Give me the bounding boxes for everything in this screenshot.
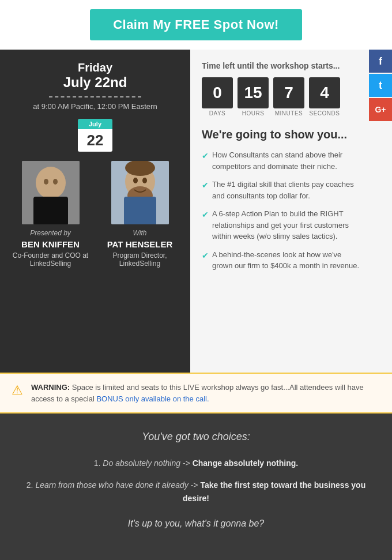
warning-bar: ⚠ WARNING: Space is limited and seats to…: [0, 373, 392, 414]
top-cta-wrapper: Claim My FREE Spot Now!: [0, 0, 392, 50]
day-name: Friday: [12, 61, 179, 74]
countdown-seconds-value: 4: [309, 77, 340, 108]
main-content: Friday July 22nd at 9:00 AM Pacific, 12:…: [0, 50, 392, 373]
countdown-boxes: 0 DAYS 15 HOURS 7 MINUTES 4 SECONDS: [202, 77, 363, 116]
countdown-days-label: DAYS: [202, 110, 233, 116]
warning-icon: ⚠: [12, 383, 23, 398]
svg-rect-8: [124, 197, 156, 224]
arrow-wrapper: [0, 552, 392, 560]
check-icon-1: ✔: [202, 150, 209, 162]
svg-point-3: [44, 179, 48, 185]
presenter-pat-label: With: [101, 229, 179, 237]
facebook-button[interactable]: f: [369, 50, 392, 73]
bullet-item-1: ✔ How Consultants can stand above their …: [202, 149, 363, 172]
presenter-ben-photo: [22, 161, 80, 224]
bullet-item-3: ✔ A 6-step Action Plan to build the RIGH…: [202, 208, 363, 242]
presenter-pat-photo: [111, 161, 169, 224]
svg-point-10: [142, 178, 147, 183]
gplus-button[interactable]: G+: [369, 98, 392, 121]
presenter-ben: Presented by BEN KNIFFEN Co-Founder and …: [12, 161, 89, 268]
arrow-down-icon: [184, 552, 208, 560]
choices-title: You've got two choices:: [23, 431, 369, 443]
warning-link-text[interactable]: BONUS only available on the call.: [96, 394, 209, 403]
svg-point-1: [36, 167, 66, 199]
choice-item-1: 1. Do absolutely nothing -> Change absol…: [23, 457, 369, 469]
bullet-text-3: A 6-step Action Plan to build the RIGHT …: [212, 208, 363, 242]
bullet-item-2: ✔ The #1 digital skill that clients pay …: [202, 179, 363, 201]
countdown-label: Time left until the workshop starts...: [202, 61, 363, 70]
countdown-seconds-label: SECONDS: [309, 110, 340, 116]
countdown-hours-label: HOURS: [238, 110, 269, 116]
countdown-days-value: 0: [202, 77, 233, 108]
bullet-list: ✔ How Consultants can stand above their …: [202, 149, 363, 272]
countdown-hours: 15 HOURS: [238, 77, 269, 116]
svg-point-9: [133, 178, 138, 183]
warning-text: WARNING: Space is limited and seats to t…: [31, 382, 380, 404]
countdown-minutes: 7 MINUTES: [273, 77, 304, 116]
date-divider: [49, 96, 141, 97]
choice-item-2: 2. Learn from those who have done it alr…: [23, 479, 369, 505]
presenter-pat: With PAT HENSELER Program Director, Link…: [101, 161, 179, 268]
warning-bold-text: WARNING:: [31, 383, 70, 392]
countdown-hours-value: 15: [238, 77, 269, 108]
check-icon-3: ✔: [202, 209, 209, 221]
right-panel: Time left until the workshop starts... 0…: [190, 50, 392, 373]
presenter-ben-name: BEN KNIFFEN: [12, 239, 89, 249]
presenter-ben-title: Co-Founder and COO at LinkedSelling: [12, 251, 89, 268]
presenter-pat-name: PAT HENSELER: [101, 239, 179, 249]
choice-2-bold: Take the first step toward the business …: [183, 480, 365, 502]
date-header: Friday July 22nd: [12, 61, 179, 91]
countdown-minutes-value: 7: [273, 77, 304, 108]
choice-2-italic: Learn from those who have done it alread…: [35, 480, 188, 490]
choice-1-italic: Do absolutely nothing: [103, 458, 180, 468]
calendar-day: 22: [78, 129, 112, 152]
top-cta-button[interactable]: Claim My FREE Spot Now!: [90, 9, 302, 40]
calendar-icon: July 22: [78, 119, 112, 152]
countdown-minutes-label: MINUTES: [273, 110, 304, 116]
choice-2-arrow: ->: [189, 480, 201, 490]
check-icon-4: ✔: [202, 250, 209, 262]
countdown-days: 0 DAYS: [202, 77, 233, 116]
choices-section: You've got two choices: 1. Do absolutely…: [0, 414, 392, 552]
svg-rect-2: [33, 197, 68, 224]
presenters: Presented by BEN KNIFFEN Co-Founder and …: [12, 161, 179, 268]
bullet-item-4: ✔ A behind-the-scenes look at how we've …: [202, 249, 363, 272]
time-line: at 9:00 AM Pacific, 12:00 PM Eastern: [12, 102, 179, 111]
bullet-text-1: How Consultants can stand above their co…: [212, 149, 363, 172]
presenter-ben-label: Presented by: [12, 229, 89, 237]
show-you-title: We're going to show you...: [202, 128, 363, 141]
svg-point-4: [53, 179, 58, 185]
calendar-month: July: [78, 119, 112, 129]
left-panel: Friday July 22nd at 9:00 AM Pacific, 12:…: [0, 50, 190, 373]
twitter-button[interactable]: t: [369, 74, 392, 97]
presenter-pat-title: Program Director, LinkedSelling: [101, 251, 179, 268]
choice-1-bold: Change absolutely nothing.: [193, 458, 299, 468]
bullet-text-2: The #1 digital skill that clients pay co…: [212, 179, 363, 201]
countdown-seconds: 4 SECONDS: [309, 77, 340, 116]
bullet-text-4: A behind-the-scenes look at how we've gr…: [212, 249, 363, 272]
date-line: July 22nd: [12, 74, 179, 91]
choice-1-arrow: ->: [180, 458, 193, 468]
choices-closing: It's up to you, what's it gonna be?: [23, 518, 369, 529]
check-icon-2: ✔: [202, 179, 209, 191]
social-sidebar: f t G+: [369, 50, 392, 122]
